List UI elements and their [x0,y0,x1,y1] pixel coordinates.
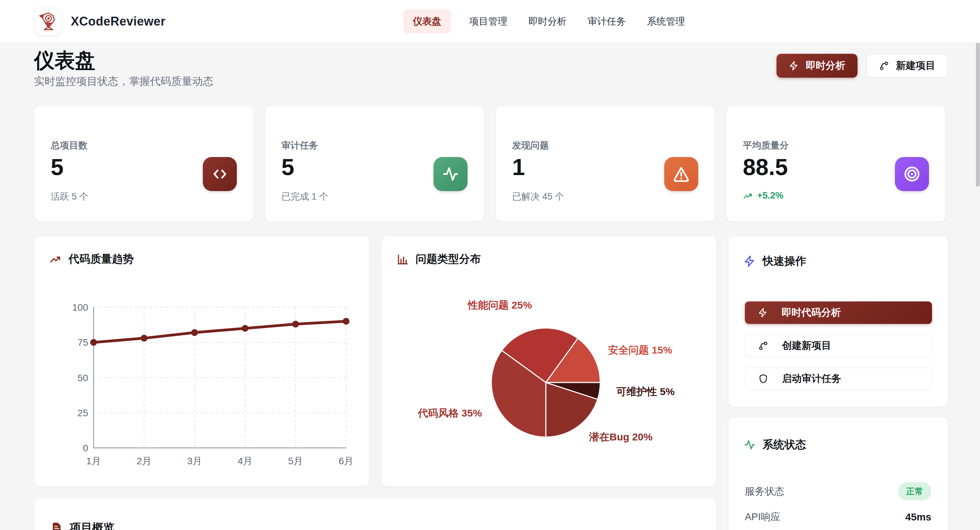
top-navigation-bar: XCodeReviewer 仪表盘 项目管理 即时分析 审计任务 系统管理 [0,0,980,43]
dashboard-page: XCodeReviewer 仪表盘 项目管理 即时分析 审计任务 系统管理 仪表… [0,0,980,530]
trending-up-icon [49,253,62,265]
new-project-button[interactable]: 新建项目 [866,54,948,78]
svg-text:100: 100 [72,302,88,313]
svg-text:75: 75 [78,337,88,348]
zap-icon [758,308,768,318]
stat-card-average-quality[interactable]: 平均质量分 88.5 +5.2% [726,105,946,222]
quick-actions-card: 快速操作 即时代码分析 创建新项目 启动审计任务 [728,236,948,407]
stat-value: 1 [512,153,525,180]
app-logo[interactable] [34,8,62,35]
nav-item-audit-tasks[interactable]: 审计任务 [585,10,628,34]
alert-triangle-icon [664,157,698,191]
system-status-title: 系统状态 [743,437,806,452]
brand: XCodeReviewer [34,8,166,35]
zap-icon [743,255,756,267]
quality-trend-title-text: 代码质量趋势 [68,252,134,267]
code-icon [203,157,237,191]
project-overview-title-text: 项目概览 [70,520,115,530]
qa-button-label: 即时代码分析 [782,306,841,319]
quality-trend-card: 代码质量趋势 02550751001月2月3月4月5月6月 [34,236,369,486]
main-nav: 仪表盘 项目管理 即时分析 审计任务 系统管理 [403,0,688,43]
project-overview-card: 项目概览 [34,498,717,530]
pie-slice-label: 可维护性 5% [616,385,675,399]
api-response-label: API响应 [745,510,781,524]
service-status-row: 服务状态 正常 [745,482,931,500]
nav-item-system-admin[interactable]: 系统管理 [644,10,688,34]
svg-text:50: 50 [78,373,88,383]
page-title: 仪表盘 [34,47,95,75]
create-new-project-button[interactable]: 创建新项目 [745,334,932,357]
status-badge: 正常 [898,482,931,500]
svg-text:1月: 1月 [86,456,101,466]
stat-card-audit-tasks[interactable]: 审计任务 5 已完成 1 个 [265,105,484,222]
quick-actions-title: 快速操作 [743,254,806,269]
shield-icon [758,374,768,384]
svg-text:4月: 4月 [237,456,253,466]
file-text-icon [51,522,63,530]
trending-up-icon [743,191,753,201]
stat-value: 88.5 [743,153,788,180]
stat-card-issues-found[interactable]: 发现问题 1 已解决 45 个 [495,105,715,222]
quick-actions-title-text: 快速操作 [762,254,806,269]
stat-value: 5 [51,153,64,180]
stat-sub: 活跃 5 个 [51,190,89,203]
pie-slice-label: 代码风格 35% [418,406,482,420]
system-status-card: 系统状态 服务状态 正常 API响应 45ms [728,417,948,530]
svg-text:3月: 3月 [187,456,202,466]
nav-item-dashboard[interactable]: 仪表盘 [403,10,451,34]
svg-text:2月: 2月 [137,456,152,466]
page-subtitle: 实时监控项目状态，掌握代码质量动态 [34,74,213,89]
nav-item-instant-analysis[interactable]: 即时分析 [526,10,569,34]
stat-sub: 已完成 1 个 [282,190,328,203]
qa-button-label: 创建新项目 [782,339,831,353]
stat-label: 发现问题 [512,139,549,152]
service-status-label: 服务状态 [745,485,784,498]
svg-text:6月: 6月 [339,456,352,466]
stat-card-total-projects[interactable]: 总项目数 5 活跃 5 个 [34,105,253,222]
svg-text:25: 25 [78,408,88,418]
instant-analysis-button[interactable]: 即时分析 [776,54,858,78]
new-project-label: 新建项目 [896,59,935,73]
stat-trend: +5.2% [743,190,783,201]
instant-code-analysis-button[interactable]: 即时代码分析 [745,302,932,324]
activity-icon [434,157,468,191]
quality-trend-line-chart[interactable]: 02550751001月2月3月4月5月6月 [51,287,352,478]
project-overview-title: 项目概览 [51,520,115,530]
api-response-row: API响应 45ms [745,510,931,524]
instant-analysis-label: 即时分析 [806,59,845,73]
git-branch-icon [879,61,889,71]
activity-icon [743,439,756,451]
system-status-title-text: 系统状态 [762,437,806,452]
page-actions: 即时分析 新建项目 [776,54,948,78]
stat-sub: 已解决 45 个 [512,190,564,203]
start-audit-task-button[interactable]: 启动审计任务 [745,367,932,390]
pie-slice-label: 性能问题 25% [468,299,532,312]
stat-label: 审计任务 [282,139,318,152]
svg-text:5月: 5月 [288,456,303,466]
api-response-value: 45ms [905,511,931,523]
stat-label: 总项目数 [51,139,88,152]
qa-button-label: 启动审计任务 [782,372,841,386]
git-branch-icon [758,341,768,351]
pie-slice-label: 安全问题 15% [608,343,672,357]
phoenix-bird-icon [38,11,58,31]
issue-distribution-card: 问题类型分布 性能问题 25%安全问题 15%可维护性 5%潜在Bug 20%代… [381,236,717,486]
brand-name: XCodeReviewer [71,14,166,29]
svg-text:0: 0 [83,443,88,453]
pie-slice-label: 潜在Bug 20% [589,430,653,444]
quality-trend-title: 代码质量趋势 [49,252,134,267]
issue-distribution-pie-chart[interactable] [382,236,717,487]
target-icon [895,157,929,191]
nav-item-projects[interactable]: 项目管理 [466,10,510,34]
zap-icon [789,61,799,71]
stat-value: 5 [282,153,294,180]
stat-label: 平均质量分 [743,139,789,152]
stat-sub: +5.2% [757,190,783,201]
